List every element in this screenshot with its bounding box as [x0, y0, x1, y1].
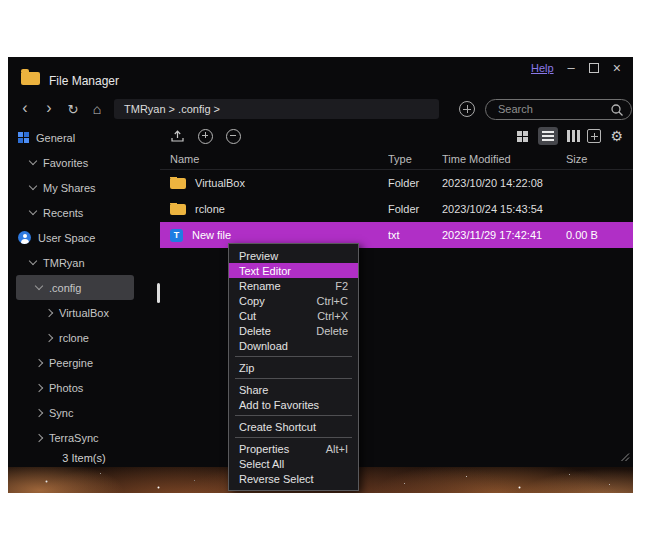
file-type-cell: Folder [388, 177, 442, 189]
menu-item-download[interactable]: Download [229, 338, 358, 353]
file-time-cell: 2023/10/24 15:43:54 [442, 203, 566, 215]
forward-button[interactable]: › [42, 101, 56, 115]
file-row-rclone[interactable]: rclone Folder 2023/10/24 15:43:54 [160, 196, 633, 222]
home-button[interactable]: ⌂ [90, 101, 104, 117]
chevron-right-icon [45, 333, 53, 341]
back-button[interactable]: ‹ [18, 101, 32, 115]
upload-icon[interactable] [170, 129, 185, 143]
search-icon [610, 103, 624, 117]
file-time-cell: 2023/11/29 17:42:41 [442, 229, 566, 241]
sidebar-item-favorites[interactable]: Favorites [8, 150, 160, 175]
grid-view-icon[interactable] [517, 131, 522, 136]
sidebar-item-sync[interactable]: Sync [8, 400, 160, 425]
search-box[interactable] [485, 99, 632, 120]
menu-shortcut: Alt+I [326, 443, 348, 455]
sidebar-item-label: Photos [49, 382, 83, 394]
file-row-virtualbox[interactable]: VirtualBox Folder 2023/10/20 14:22:08 [160, 170, 633, 196]
folder-icon [170, 178, 186, 189]
menu-item-create-shortcut[interactable]: Create Shortcut [229, 419, 358, 434]
chevron-right-icon [35, 433, 43, 441]
minimize-button[interactable]: – [568, 64, 575, 72]
menu-item-cut[interactable]: CutCtrl+X [229, 308, 358, 323]
text-file-icon: T [170, 229, 183, 242]
breadcrumb[interactable]: TMRyan > .config > [114, 99, 439, 119]
menu-item-select-all[interactable]: Select All [229, 456, 358, 471]
sidebar-item-general[interactable]: General [8, 125, 160, 150]
sidebar-item-terrasync[interactable]: TerraSync [8, 425, 160, 450]
sidebar-item-user-space[interactable]: User Space [8, 225, 160, 250]
menu-item-label: Preview [239, 250, 278, 262]
chevron-down-icon [29, 257, 37, 265]
sidebar-item-label: rclone [59, 332, 89, 344]
maximize-button[interactable] [589, 63, 599, 73]
menu-item-label: Download [239, 340, 288, 352]
sidebar-item-tmryan[interactable]: TMRyan [8, 250, 160, 275]
chevron-down-icon [29, 182, 37, 190]
menu-item-label: Rename [239, 280, 281, 292]
menu-item-preview[interactable]: Preview [229, 248, 358, 263]
add-button[interactable] [459, 101, 475, 117]
sidebar-item-my-shares[interactable]: My Shares [8, 175, 160, 200]
user-icon [18, 231, 31, 244]
zoom-in-button[interactable] [198, 129, 213, 144]
menu-item-delete[interactable]: DeleteDelete [229, 323, 358, 338]
menu-item-label: Add to Favorites [239, 399, 319, 411]
sidebar-item-virtualbox[interactable]: VirtualBox [8, 300, 160, 325]
file-name: VirtualBox [195, 177, 245, 189]
menu-shortcut: F2 [335, 280, 348, 292]
close-button[interactable]: × [613, 62, 621, 74]
column-header-time-modified[interactable]: Time Modified [442, 153, 566, 165]
sidebar-item-peergine[interactable]: Peergine [8, 350, 160, 375]
list-view-button-active[interactable] [538, 127, 558, 145]
file-type-cell: txt [388, 229, 442, 241]
menu-shortcut: Ctrl+C [317, 295, 348, 307]
app-folder-icon [21, 72, 40, 85]
menu-item-properties[interactable]: PropertiesAlt+I [229, 441, 358, 456]
sidebar-item-label: My Shares [43, 182, 96, 194]
column-view-icon[interactable] [567, 130, 570, 142]
sidebar-item-rclone[interactable]: rclone [8, 325, 160, 350]
file-name: rclone [195, 203, 225, 215]
maximize-icon [589, 63, 599, 73]
zoom-out-button[interactable] [226, 129, 241, 144]
menu-item-add-to-favorites[interactable]: Add to Favorites [229, 397, 358, 412]
menu-item-rename[interactable]: RenameF2 [229, 278, 358, 293]
refresh-button[interactable]: ↻ [66, 102, 80, 117]
title-bar: File Manager Help – × [8, 57, 633, 95]
chevron-down-icon [35, 282, 43, 290]
menu-item-reverse-select[interactable]: Reverse Select [229, 471, 358, 486]
desktop: File Manager Help – × ‹ › ↻ ⌂ TMRyan > .… [8, 57, 633, 493]
menu-item-share[interactable]: Share [229, 382, 358, 397]
menu-separator [235, 356, 352, 357]
column-header-name[interactable]: Name [160, 153, 388, 165]
item-count-status: 3 Item(s) [8, 452, 160, 464]
sidebar-item-label: TerraSync [49, 432, 99, 444]
menu-item-text-editor[interactable]: Text Editor [229, 263, 358, 278]
new-item-button[interactable] [587, 129, 601, 143]
sidebar-item-label: Favorites [43, 157, 88, 169]
resize-handle[interactable] [619, 451, 630, 462]
menu-item-label: Share [239, 384, 268, 396]
menu-item-label: Reverse Select [239, 473, 314, 485]
sidebar-item-photos[interactable]: Photos [8, 375, 160, 400]
file-size-cell: 0.00 B [566, 229, 633, 241]
context-menu: Preview Text Editor RenameF2 CopyCtrl+C … [228, 243, 359, 491]
menu-item-label: Properties [239, 443, 289, 455]
file-type-cell: Folder [388, 203, 442, 215]
chevron-right-icon [35, 383, 43, 391]
file-name-cell: T New file [160, 229, 388, 242]
menu-item-copy[interactable]: CopyCtrl+C [229, 293, 358, 308]
column-header-size[interactable]: Size [566, 153, 633, 165]
help-link[interactable]: Help [531, 62, 554, 74]
sidebar-item-label: User Space [38, 232, 95, 244]
menu-item-label: Copy [239, 295, 265, 307]
menu-item-zip[interactable]: Zip [229, 360, 358, 375]
chevron-down-icon [29, 157, 37, 165]
sidebar-item-recents[interactable]: Recents [8, 200, 160, 225]
column-header-type[interactable]: Type [388, 153, 442, 165]
menu-separator [235, 378, 352, 379]
menu-separator [235, 415, 352, 416]
sidebar-item-config[interactable]: .config [16, 275, 134, 300]
menu-item-label: Text Editor [239, 265, 291, 277]
gear-icon[interactable]: ⚙ [610, 129, 623, 143]
